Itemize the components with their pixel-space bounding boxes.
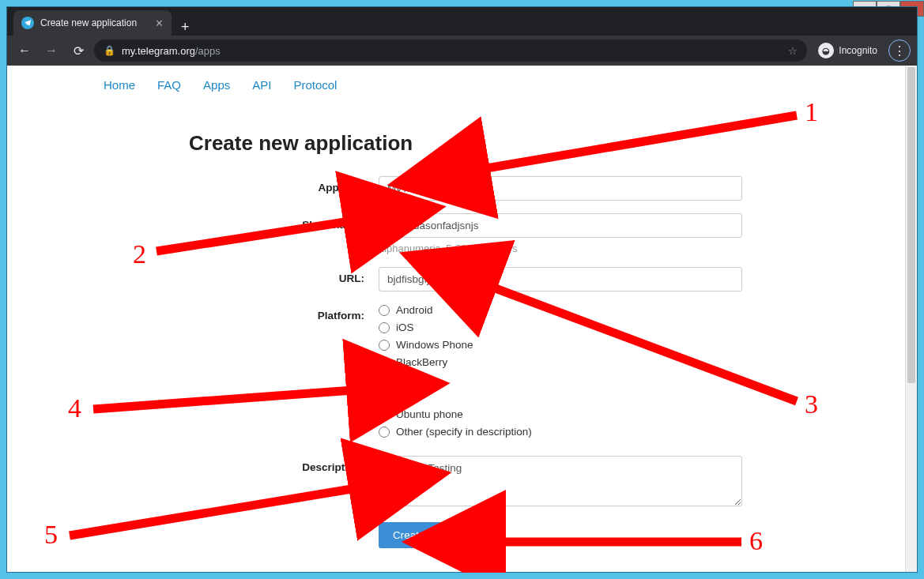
tab-strip: Create new application ✕ + xyxy=(7,7,917,36)
bookmark-star-icon[interactable]: ☆ xyxy=(788,45,798,57)
platform-label: Web xyxy=(396,391,418,403)
short-name-hint: alphanumeric, 5-32 characters xyxy=(379,243,742,254)
browser-window: Create new application ✕ + ← → ⟳ 🔒 my.te… xyxy=(6,6,918,573)
platform-option-ubuntu-phone[interactable]: Ubuntu phone xyxy=(379,408,742,420)
platform-radio[interactable] xyxy=(379,409,390,420)
platform-radio[interactable] xyxy=(379,322,390,333)
platform-radio[interactable] xyxy=(379,357,390,368)
tab-title: Create new application xyxy=(40,17,149,28)
platform-option-web[interactable]: Web xyxy=(379,391,742,403)
nav-apps[interactable]: Apps xyxy=(203,78,230,92)
description-textarea[interactable] xyxy=(379,456,742,506)
create-application-button[interactable]: Create application xyxy=(379,522,493,548)
new-tab-button[interactable]: + xyxy=(172,19,199,36)
url-text: my.telegram.org/apps xyxy=(122,45,221,57)
platform-radio[interactable] xyxy=(379,374,390,385)
incognito-icon: ◒ xyxy=(818,43,834,58)
nav-faq[interactable]: FAQ xyxy=(157,78,181,92)
reload-icon[interactable]: ⟳ xyxy=(67,39,89,62)
scrollbar-thumb[interactable] xyxy=(907,67,915,383)
platform-label: Windows Phone xyxy=(396,339,473,351)
platform-label: Desktop xyxy=(396,374,436,385)
platform-option-ios[interactable]: iOS xyxy=(379,321,742,333)
label-short-name: Short name: xyxy=(189,213,379,231)
platform-label: BlackBerry xyxy=(396,356,447,368)
platform-radio[interactable] xyxy=(379,392,390,403)
platform-option-other-specify-in-description-[interactable]: Other (specify in description) xyxy=(379,426,742,438)
label-app-title: App title: xyxy=(189,176,379,194)
platform-radio-group: AndroidiOSWindows PhoneBlackBerryDesktop… xyxy=(379,304,742,443)
short-name-input[interactable] xyxy=(379,213,742,238)
page-title: Create new application xyxy=(189,131,917,156)
platform-option-blackberry[interactable]: BlackBerry xyxy=(379,356,742,368)
nav-home[interactable]: Home xyxy=(104,78,135,92)
browser-tab[interactable]: Create new application ✕ xyxy=(13,10,172,36)
app-title-input[interactable] xyxy=(379,176,742,201)
nav-api[interactable]: API xyxy=(252,78,271,92)
platform-radio[interactable] xyxy=(379,427,390,438)
lock-icon: 🔒 xyxy=(104,45,115,56)
vertical-scrollbar[interactable] xyxy=(905,66,917,572)
platform-label: Android xyxy=(396,304,433,316)
platform-label: iOS xyxy=(396,321,414,333)
page-viewport: Home FAQ Apps API Protocol Create new ap… xyxy=(7,66,917,572)
url-input[interactable] xyxy=(379,267,742,291)
nav-protocol[interactable]: Protocol xyxy=(293,78,337,92)
forward-icon[interactable]: → xyxy=(40,39,62,62)
label-platform: Platform: xyxy=(189,304,379,321)
platform-option-desktop[interactable]: Desktop xyxy=(379,374,742,385)
chrome-menu-icon[interactable]: ⋮ xyxy=(888,39,911,62)
label-url: URL: xyxy=(189,267,379,284)
address-bar[interactable]: 🔒 my.telegram.org/apps ☆ xyxy=(94,39,807,62)
platform-radio[interactable] xyxy=(379,305,390,316)
close-tab-icon[interactable]: ✕ xyxy=(155,17,164,29)
back-icon[interactable]: ← xyxy=(13,39,36,62)
platform-label: Other (specify in description) xyxy=(396,426,532,438)
incognito-indicator: ◒ Incognito xyxy=(812,43,884,58)
platform-option-windows-phone[interactable]: Windows Phone xyxy=(379,339,742,351)
browser-toolbar: ← → ⟳ 🔒 my.telegram.org/apps ☆ ◒ Incogni… xyxy=(7,36,917,66)
site-nav: Home FAQ Apps API Protocol xyxy=(7,66,917,100)
telegram-favicon-icon xyxy=(21,17,34,29)
label-description: Description: xyxy=(189,456,379,473)
platform-label: Ubuntu phone xyxy=(396,408,463,420)
platform-option-android[interactable]: Android xyxy=(379,304,742,316)
platform-radio[interactable] xyxy=(379,340,390,351)
